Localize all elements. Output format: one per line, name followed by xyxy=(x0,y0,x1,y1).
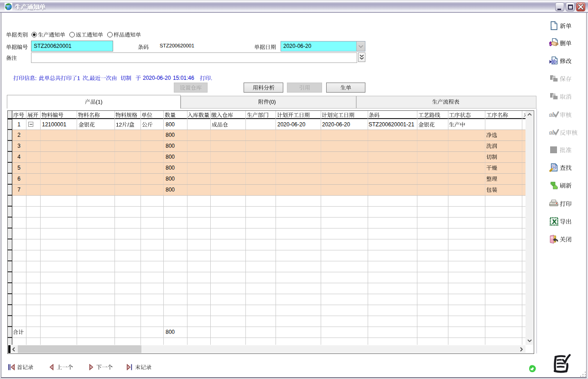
svg-text:H: H xyxy=(553,165,556,170)
